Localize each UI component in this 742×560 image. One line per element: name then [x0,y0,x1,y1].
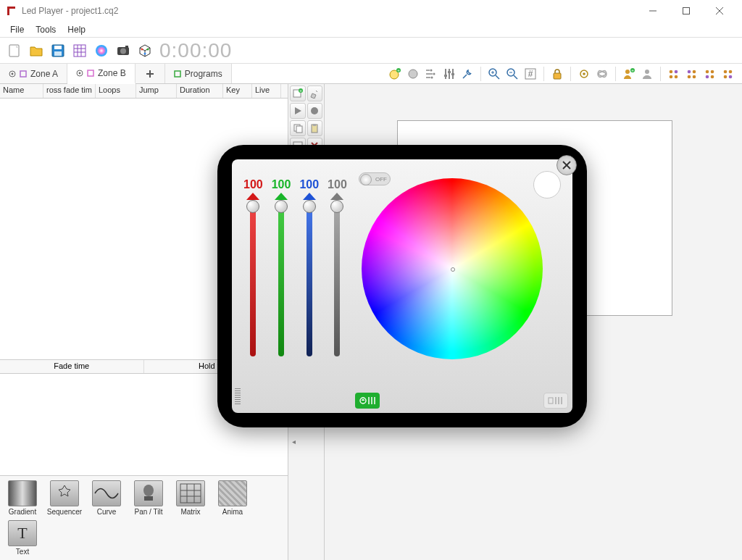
align-icon-2[interactable] [684,66,700,82]
slider-thumb[interactable] [246,200,259,213]
blue-slider[interactable]: 100 [299,178,319,401]
palette-pantilt[interactable]: Pan / Tilt [130,480,167,516]
col-fade-time[interactable]: Fade time [0,360,144,373]
slider-thumb[interactable] [275,200,288,213]
window-close-button[interactable] [703,0,736,22]
plus-icon [146,70,154,78]
col-loops[interactable]: Loops [96,84,136,98]
copy-button[interactable] [290,120,306,136]
align-icon-3[interactable] [702,66,718,82]
red-slider[interactable]: 100 [243,178,263,401]
palette-animation[interactable]: Anima [214,480,251,516]
tab-zone-b[interactable]: Zone B [67,64,136,84]
palette-matrix[interactable]: Matrix [172,480,209,516]
splitter-handle[interactable] [292,438,298,448]
palette-gradient[interactable]: Gradient [4,480,41,516]
svg-point-37 [431,76,433,78]
add-scene-button[interactable]: + [290,85,306,101]
svg-point-75 [729,70,733,73]
svg-text:+: + [397,68,400,72]
reset-button[interactable] [543,393,568,409]
svg-rect-41 [444,75,447,77]
tab-zone-a[interactable]: Zone A [0,64,67,83]
menu-tools[interactable]: Tools [30,22,62,37]
window-maximize-button[interactable] [670,0,703,22]
col-crossfade[interactable]: ross fade tim [43,84,96,98]
paste-button[interactable] [307,120,323,136]
col-name[interactable]: Name [0,84,43,98]
col-jump[interactable]: Jump [136,84,177,98]
sliders-icon[interactable] [441,66,457,82]
white-slider[interactable]: 100 [328,178,347,401]
svg-point-69 [693,75,696,78]
svg-point-67 [693,70,696,73]
user-icon[interactable] [639,66,655,82]
menu-help[interactable]: Help [62,22,91,37]
secondary-toolbar: + # + [381,64,742,83]
camera-icon[interactable] [113,41,133,61]
tabs-row: Zone A Zone B Programs + # + [0,64,742,84]
tab-label: Programs [185,69,222,79]
hash-icon[interactable]: # [522,66,538,82]
tab-programs[interactable]: Programs [165,64,232,83]
align-icon-1[interactable] [666,66,682,82]
svg-point-70 [706,70,709,73]
window-minimize-button[interactable] [636,0,670,22]
zoom-out-button[interactable] [504,66,520,82]
palette-curve[interactable]: Curve [88,480,125,516]
slider-thumb[interactable] [303,200,316,213]
svg-rect-43 [451,73,454,75]
light-settings-button[interactable] [405,66,421,82]
svg-rect-30 [175,71,180,77]
svg-point-17 [120,48,126,54]
svg-point-72 [706,75,709,78]
new-file-button[interactable] [4,41,25,61]
col-duration[interactable]: Duration [177,84,223,98]
svg-point-23 [12,72,14,75]
rgb-sliders: 100 100 100 100 [243,171,347,401]
svg-rect-80 [180,484,201,503]
col-key[interactable]: Key [223,84,252,98]
tools-icon[interactable] [459,66,475,82]
svg-point-55 [583,72,585,75]
lock-icon[interactable] [549,66,565,82]
palette-sequencer[interactable]: Sequencer [46,480,83,516]
grid-icon[interactable] [70,41,90,61]
col-live[interactable]: Live [252,84,281,98]
edit-scene-button[interactable] [307,85,323,101]
menu-file[interactable]: File [4,22,30,37]
svg-line-49 [514,75,517,79]
triangle-up-icon [275,193,288,200]
apply-button[interactable] [355,393,380,409]
tab-add[interactable] [136,64,165,83]
palette-text[interactable]: TText [4,520,41,556]
svg-rect-0 [7,7,9,15]
green-slider[interactable]: 100 [272,178,291,401]
add-user-button[interactable]: + [621,66,637,82]
svg-point-74 [724,70,728,73]
slider-thumb[interactable] [330,200,343,213]
svg-text:+: + [631,68,634,72]
wheel-cursor[interactable] [451,267,455,272]
open-file-button[interactable] [26,41,46,61]
blue-value: 100 [299,178,319,191]
color-sphere-icon[interactable] [91,41,112,61]
drag-handle[interactable] [235,388,241,406]
triangle-up-icon [330,193,343,200]
svg-point-88 [311,107,318,114]
settings-icon[interactable] [576,66,592,82]
zoom-in-button[interactable] [486,66,502,82]
routes-icon[interactable] [423,66,439,82]
svg-point-77 [729,75,733,78]
square-icon [174,70,181,78]
play-button[interactable] [290,103,306,119]
save-file-button[interactable] [48,41,68,61]
add-light-button[interactable]: + [387,66,403,82]
svg-point-61 [645,70,649,74]
cube-icon[interactable] [135,41,155,61]
patch-icon[interactable] [594,66,610,82]
svg-point-34 [409,70,417,78]
align-icon-4[interactable] [720,66,736,82]
stop-button[interactable] [307,103,323,119]
svg-point-63 [675,70,678,73]
